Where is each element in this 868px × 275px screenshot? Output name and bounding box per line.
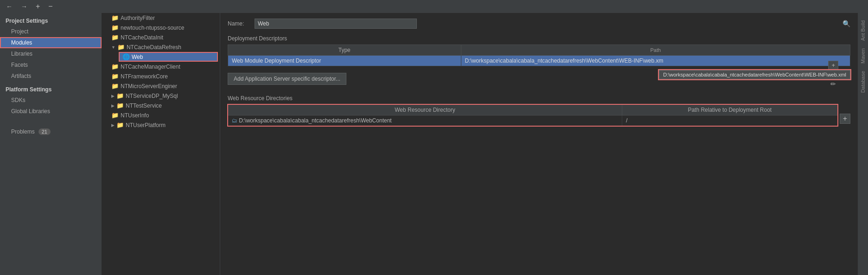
web-res-add-button[interactable]: + (840, 114, 850, 124)
sidebar-item-libraries[interactable]: Libraries (0, 48, 102, 59)
top-bar: ← → + − (0, 0, 868, 13)
sidebar-item-problems[interactable]: Problems 21 (0, 126, 102, 137)
tree-item-ntcache-managerclient[interactable]: 📁 NTCacheManagerClient (102, 62, 220, 71)
web-res-col-path: Path Relative to Deployment Root (622, 105, 837, 115)
name-label: Name: (228, 20, 251, 27)
dep-table-row[interactable]: Web Module Deployment Descriptor D:\work… (228, 56, 850, 66)
dep-cell-path: D:\workspace\cabala\cabala_ntcachedatare… (461, 56, 850, 66)
folder-icon: 📁 (111, 83, 119, 90)
ant-label[interactable]: Ant Build (859, 17, 867, 45)
path-popup: D:\workspace\cabala\cabala_ntcachedatare… (659, 70, 850, 79)
dep-add-button[interactable]: + (828, 61, 838, 70)
tree-item-ntcache-datainit[interactable]: 📁 NTCacheDataInit (102, 32, 220, 42)
folder-icon: 📁 (116, 92, 124, 99)
web-res-table-row[interactable]: 🗂 D:\workspace\cabala\cabala_ntcachedata… (228, 115, 838, 126)
tree-item-web[interactable]: 🌐 Web (119, 52, 218, 62)
tree-panel: 📁 AuthorityFilter 📁 newtouch-ntupsso-sou… (102, 13, 220, 275)
main-layout: Project Settings Project Modules Librari… (0, 13, 868, 275)
expand-chevron: ▼ (111, 45, 115, 50)
web-res-col-directory: Web Resource Directory (228, 105, 622, 115)
folder-icon: 📁 (116, 122, 124, 128)
expand-chevron: ▶ (111, 103, 115, 108)
web-resource-table-wrap: Web Resource Directory Path Relative to … (228, 104, 838, 126)
problems-badge: 21 (38, 128, 51, 135)
sidebar: Project Settings Project Modules Librari… (0, 13, 102, 275)
web-resource-table: Web Resource Directory Path Relative to … (228, 104, 838, 126)
sidebar-item-modules[interactable]: Modules (0, 37, 102, 48)
tree-item-ntframework-core[interactable]: 📁 NTFrameworkCore (102, 71, 220, 81)
sidebar-item-artifacts[interactable]: Artifacts (0, 70, 102, 82)
deployment-label: Deployment Descriptors (228, 35, 850, 42)
web-resource-section: Web Resource Directories Web Resource Di… (228, 95, 850, 126)
tree-item-nttest-service[interactable]: ▶ 📁 NTTestService (102, 101, 220, 110)
sidebar-item-global-libraries[interactable]: Global Libraries (0, 106, 102, 117)
add-server-descriptor-button[interactable]: Add Application Server specific descript… (228, 73, 346, 85)
forward-button[interactable]: → (19, 2, 30, 11)
deployment-descriptors-section: Deployment Descriptors D:\workspace\caba… (228, 35, 850, 66)
web-res-icon: 🗂 (232, 117, 237, 124)
add-button[interactable]: + (33, 1, 42, 12)
tree-item-ntservice-dp-mysql[interactable]: ▶ 📁 NTServiceDP_MySql (102, 91, 220, 101)
platform-settings-title: Platform Settings (0, 82, 102, 95)
content-area-wrap: Name: 🔍 Deployment Descriptors D:\worksp… (220, 13, 868, 275)
web-module-icon: 🌐 (122, 53, 130, 60)
web-resource-label: Web Resource Directories (228, 95, 850, 102)
dep-col-type: Type (228, 45, 461, 56)
sidebar-item-sdks[interactable]: SDKs (0, 95, 102, 106)
dep-col-path: Path (461, 45, 850, 56)
sidebar-item-project[interactable]: Project (0, 26, 102, 37)
folder-icon: 📁 (111, 34, 119, 41)
right-tools-strip: Ant Build Maven Database (858, 13, 868, 275)
tree-item-ntuser-platform[interactable]: ▶ 📁 NTUserPlatform (102, 120, 220, 130)
search-button[interactable]: 🔍 (842, 20, 850, 27)
content-inner: Name: 🔍 Deployment Descriptors D:\worksp… (220, 13, 858, 275)
web-res-cell-path: / (622, 115, 837, 126)
dep-cell-type: Web Module Deployment Descriptor (228, 56, 461, 66)
dep-table-wrapper: Type Path Web Module Deployment Descript… (228, 45, 850, 66)
tree-item-ntuser-info[interactable]: 📁 NTUserInfo (102, 110, 220, 120)
tree-item-ntcache-datarefresh[interactable]: ▼ 📁 NTCacheDataRefresh (102, 42, 220, 52)
tree-item-newtouch[interactable]: 📁 newtouch-ntupsso-source (102, 23, 220, 32)
back-button[interactable]: ← (4, 2, 15, 11)
folder-icon: 📁 (111, 112, 119, 119)
database-label[interactable]: Database (859, 67, 867, 96)
folder-icon: 📁 (116, 102, 124, 109)
dep-edit-button[interactable]: ✏ (828, 80, 838, 88)
problems-label: Problems (11, 128, 35, 135)
folder-icon: 📁 (111, 14, 119, 21)
expand-chevron: ▶ (111, 94, 115, 98)
folder-icon: 📁 (111, 63, 119, 70)
expand-chevron: ▶ (111, 123, 115, 128)
maven-label[interactable]: Maven (859, 45, 867, 67)
name-field-row: Name: 🔍 (228, 19, 850, 29)
tree-item-ntmicro-serverenginer[interactable]: 📁 NTMicroServerEnginer (102, 81, 220, 91)
minus-button[interactable]: − (46, 1, 55, 12)
tree-item-authority-filter[interactable]: 📁 AuthorityFilter (102, 13, 220, 23)
folder-icon: 📁 (111, 73, 119, 80)
web-res-cell-directory: 🗂 D:\workspace\cabala\cabala_ntcachedata… (228, 115, 622, 126)
folder-icon: 📁 (111, 24, 119, 31)
deployment-table: Type Path Web Module Deployment Descript… (228, 45, 850, 66)
sidebar-item-facets[interactable]: Facets (0, 59, 102, 70)
folder-icon: 📁 (117, 44, 125, 51)
project-settings-title: Project Settings (0, 13, 102, 26)
name-input[interactable] (255, 19, 417, 29)
